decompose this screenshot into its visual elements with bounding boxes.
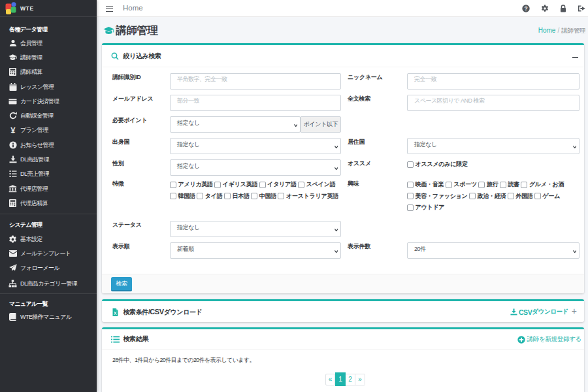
svg-text:?: ?	[524, 5, 527, 12]
